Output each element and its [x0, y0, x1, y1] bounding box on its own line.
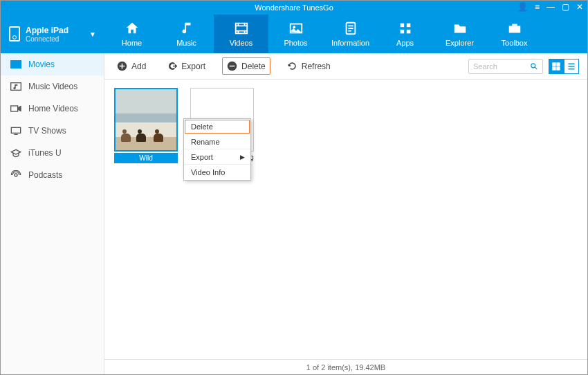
music-videos-icon	[10, 82, 21, 91]
menu-icon[interactable]: ≡	[535, 2, 540, 12]
nav-apps[interactable]: Apps	[378, 15, 432, 53]
svg-rect-4	[406, 24, 410, 28]
nav-home[interactable]: Home	[104, 15, 159, 53]
nav-music[interactable]: Music	[159, 15, 214, 53]
apps-icon	[398, 21, 413, 36]
tv-shows-icon	[10, 126, 21, 136]
sidebar-item-home-videos[interactable]: Home Videos	[1, 98, 104, 120]
svg-rect-23	[557, 66, 560, 70]
list-icon	[567, 62, 576, 71]
device-status: Connected	[26, 35, 68, 43]
svg-rect-10	[12, 66, 13, 67]
svg-rect-20	[553, 62, 556, 66]
video-thumb-1[interactable]: Wild	[114, 88, 178, 171]
nav-videos[interactable]: Videos	[214, 15, 268, 53]
search-placeholder: Search	[473, 62, 497, 71]
svg-point-16	[15, 174, 17, 176]
top-nav: Apple iPad Connected ▼ Home Music Videos…	[1, 15, 587, 53]
refresh-button[interactable]: Refresh	[283, 58, 335, 74]
ctx-rename[interactable]: Rename	[184, 134, 250, 149]
nav-photos[interactable]: Photos	[268, 15, 323, 53]
svg-point-19	[531, 63, 535, 67]
maximize-icon[interactable]: ▢	[562, 2, 569, 12]
video-caption: Wild	[114, 153, 178, 163]
svg-rect-3	[400, 24, 404, 28]
search-icon	[530, 62, 538, 71]
toolbox-icon	[507, 21, 522, 36]
add-button[interactable]: Add	[113, 58, 150, 74]
information-icon	[343, 21, 358, 36]
list-view-button[interactable]	[564, 59, 579, 74]
close-icon[interactable]: ✕	[576, 2, 583, 12]
sidebar: Movies Music Videos Home Videos TV Shows…	[1, 53, 104, 374]
device-selector[interactable]: Apple iPad Connected ▼	[1, 15, 104, 53]
explorer-icon	[452, 21, 468, 36]
svg-rect-7	[508, 26, 520, 33]
user-icon[interactable]: 👤	[517, 2, 528, 12]
sidebar-item-itunes-u[interactable]: iTunes U	[1, 142, 104, 164]
view-toggle	[549, 59, 579, 74]
home-icon	[125, 21, 140, 36]
minimize-icon[interactable]: —	[546, 2, 555, 12]
svg-rect-15	[11, 127, 20, 133]
svg-rect-11	[19, 62, 19, 62]
status-text: 1 of 2 item(s), 19.42MB	[306, 363, 385, 372]
svg-rect-14	[11, 106, 18, 111]
svg-point-1	[293, 26, 295, 28]
svg-rect-9	[12, 62, 13, 62]
app-title: Wondershare TunesGo	[255, 3, 333, 12]
svg-rect-5	[400, 30, 404, 34]
nav-information[interactable]: Information	[323, 15, 378, 53]
svg-rect-6	[406, 30, 410, 34]
title-bar: Wondershare TunesGo 👤 ≡ — ▢ ✕	[1, 1, 587, 15]
minus-icon	[227, 61, 237, 71]
sidebar-item-podcasts[interactable]: Podcasts	[1, 164, 104, 186]
status-bar: 1 of 2 item(s), 19.42MB	[104, 359, 587, 374]
ctx-delete[interactable]: Delete	[184, 119, 250, 134]
chevron-right-icon: ▶	[240, 154, 245, 161]
music-icon	[179, 21, 194, 36]
itunes-u-icon	[10, 148, 21, 158]
ctx-export[interactable]: Export▶	[184, 149, 250, 165]
export-icon	[167, 61, 177, 71]
svg-rect-22	[553, 66, 556, 70]
device-name: Apple iPad	[26, 26, 68, 35]
ctx-video-info[interactable]: Video Info	[184, 165, 250, 180]
home-videos-icon	[10, 104, 21, 113]
main-panel: Add Export Delete Refresh Search	[104, 53, 587, 374]
grid-view-button[interactable]	[549, 59, 564, 74]
svg-rect-13	[11, 83, 21, 91]
nav-explorer[interactable]: Explorer	[432, 15, 487, 53]
video-thumbnail	[114, 88, 178, 152]
sidebar-item-music-videos[interactable]: Music Videos	[1, 75, 104, 98]
svg-rect-21	[557, 62, 560, 66]
sidebar-item-movies[interactable]: Movies	[1, 53, 104, 75]
podcasts-icon	[10, 170, 21, 180]
svg-rect-12	[19, 66, 19, 67]
videos-icon	[234, 21, 249, 36]
content-area: Wild - Why Are You Being Like This Delet…	[104, 80, 587, 359]
chevron-down-icon: ▼	[89, 30, 96, 38]
nav-toolbox[interactable]: Toolbox	[487, 15, 542, 53]
toolbar: Add Export Delete Refresh Search	[104, 53, 587, 80]
device-icon	[9, 26, 20, 42]
export-button[interactable]: Export	[163, 58, 210, 74]
context-menu: Delete Rename Export▶ Video Info	[183, 118, 251, 181]
search-input[interactable]: Search	[468, 59, 543, 74]
plus-icon	[117, 61, 127, 71]
refresh-icon	[287, 61, 297, 71]
sidebar-item-tv-shows[interactable]: TV Shows	[1, 120, 104, 142]
window-controls: 👤 ≡ — ▢ ✕	[517, 2, 583, 12]
movies-icon	[10, 60, 21, 69]
photos-icon	[288, 21, 304, 36]
grid-icon	[552, 62, 560, 71]
delete-button[interactable]: Delete	[222, 57, 270, 75]
